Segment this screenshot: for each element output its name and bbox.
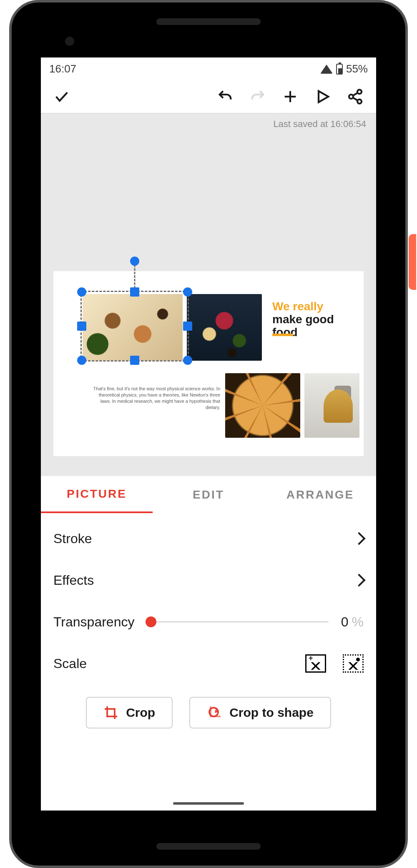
slide-body-text[interactable]: That's fine, but it's not the way most p… <box>91 386 220 410</box>
scale-fill-button[interactable] <box>305 654 326 673</box>
slide-image-3[interactable] <box>225 373 300 438</box>
scale-label: Scale <box>53 656 87 671</box>
svg-point-3 <box>357 90 362 94</box>
transparency-label: Transparency <box>53 614 134 630</box>
crop-to-shape-button[interactable]: Crop to shape <box>189 697 331 728</box>
screen: 16:07 55% <box>41 57 376 811</box>
panel-tabs: PICTURE EDIT ARRANGE <box>41 476 376 514</box>
svg-point-5 <box>357 100 362 104</box>
play-icon <box>314 88 331 105</box>
svg-line-7 <box>353 98 357 101</box>
last-saved-text: Last saved at 16:06:54 <box>273 119 366 130</box>
canvas-area[interactable]: Last saved at 16:06:54 We really make go… <box>41 114 376 476</box>
scale-fit-button[interactable] <box>343 654 364 673</box>
speaker-top <box>156 18 261 25</box>
plus-icon <box>282 88 299 105</box>
crop-icon <box>103 705 118 720</box>
svg-point-4 <box>349 95 353 99</box>
tab-picture[interactable]: PICTURE <box>41 476 153 513</box>
transparency-slider[interactable] <box>151 621 328 623</box>
svg-marker-2 <box>319 91 328 102</box>
battery-icon <box>336 64 343 75</box>
check-icon <box>53 88 70 105</box>
crop-to-shape-label: Crop to shape <box>229 706 314 720</box>
status-bar: 16:07 55% <box>41 57 376 80</box>
share-icon <box>347 88 364 105</box>
slide-image-1[interactable] <box>83 294 183 361</box>
option-scale: Scale <box>53 643 364 684</box>
crop-shape-icon <box>207 705 222 720</box>
tab-edit[interactable]: EDIT <box>153 476 264 513</box>
front-camera <box>65 37 74 46</box>
slide-image-2[interactable] <box>187 294 262 361</box>
picture-options: Stroke Effects Transparency 0 % Scale <box>41 514 376 684</box>
redo-icon <box>249 88 266 105</box>
editor-toolbar <box>41 80 376 114</box>
rotate-handle[interactable] <box>130 257 139 266</box>
crop-button[interactable]: Crop <box>86 697 173 728</box>
slide[interactable]: We really make good food That's fine, bu… <box>53 271 364 456</box>
device-frame: 16:07 55% <box>9 0 408 868</box>
status-right: 55% <box>320 62 368 75</box>
effects-label: Effects <box>53 573 94 588</box>
properties-panel: PICTURE EDIT ARRANGE Stroke Effects Tran… <box>41 476 376 811</box>
option-effects[interactable]: Effects <box>53 559 364 601</box>
speaker-bottom <box>156 843 261 850</box>
share-button[interactable] <box>341 82 369 111</box>
stroke-label: Stroke <box>53 531 92 546</box>
chevron-right-icon <box>352 574 365 586</box>
transparency-unit: % <box>352 614 364 630</box>
clock-text: 16:07 <box>49 62 76 75</box>
undo-button[interactable] <box>211 82 239 111</box>
crop-label: Crop <box>126 706 155 720</box>
redo-button <box>244 82 272 111</box>
add-button[interactable] <box>276 82 304 111</box>
slide-image-4[interactable] <box>304 373 359 438</box>
wifi-icon <box>320 65 333 74</box>
undo-icon <box>217 88 234 105</box>
transparency-value: 0 <box>341 614 349 630</box>
slide-headline[interactable]: We really make good food <box>272 300 355 339</box>
confirm-button[interactable] <box>48 82 76 111</box>
option-stroke[interactable]: Stroke <box>53 518 364 559</box>
tab-arrange[interactable]: ARRANGE <box>264 476 376 513</box>
nav-bar-handle[interactable] <box>173 802 244 805</box>
option-transparency: Transparency 0 % <box>53 601 364 643</box>
play-button[interactable] <box>309 82 337 111</box>
battery-text: 55% <box>346 62 368 75</box>
slider-thumb[interactable] <box>146 616 156 627</box>
svg-line-6 <box>353 93 357 96</box>
crop-buttons-row: Crop Crop to shape <box>41 684 376 737</box>
edge-accent <box>409 234 416 290</box>
headline-accent: We really <box>272 300 323 313</box>
headline-underline <box>272 334 293 336</box>
chevron-right-icon <box>352 532 365 545</box>
